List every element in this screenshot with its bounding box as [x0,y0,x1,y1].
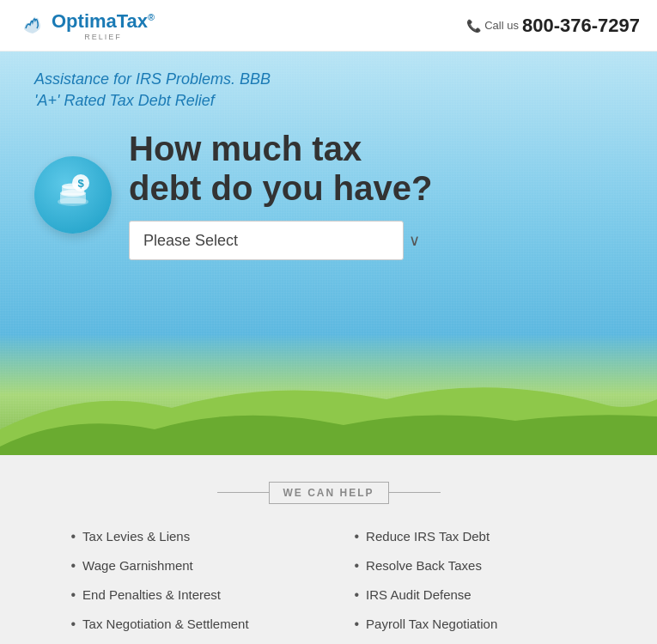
svg-text:$: $ [77,177,84,190]
service-item: • Wage Garnishment [71,555,303,577]
bullet-icon: • [355,587,360,603]
money-icon-circle: $ [34,156,112,234]
service-label: Reduce IRS Tax Debt [366,529,490,544]
services-grid: • Tax Levies & Liens • Reduce IRS Tax De… [71,526,587,635]
tagline: Assistance for IRS Problems. BBB 'A+' Ra… [34,69,623,112]
select-wrapper: Please SelectUnder $10,000$10,000 - $20,… [129,221,432,260]
bullet-icon: • [355,529,360,544]
service-item: • Reduce IRS Tax Debt [355,526,587,548]
service-label: Tax Negotiation & Settlement [82,617,248,631]
we-can-help-section: WE CAN HELP • Tax Levies & Liens • Reduc… [0,455,657,644]
chevron-down-icon: ∨ [409,231,420,250]
bullet-icon: • [355,558,360,574]
service-label: IRS Audit Defense [366,587,471,602]
service-item: • Payroll Tax Negotiation [355,613,587,635]
call-us-label: Call us [484,19,519,32]
bullet-icon: • [71,587,76,603]
bullet-icon: • [71,617,76,632]
phone-area: 📞 Call us 800-376-7297 [466,15,640,37]
form-section: $ How much tax debt do you have? Please … [34,129,623,260]
hills-decoration [0,352,657,455]
hero-section: Assistance for IRS Problems. BBB 'A+' Ra… [0,52,657,455]
we-can-help-label: WE CAN HELP [269,482,389,504]
logo-brand-name: OptimaTax® [52,10,155,32]
banner-line-right [389,492,441,493]
money-icon: $ [50,167,97,222]
logo-icon [17,7,48,44]
phone-number: 800-376-7297 [522,15,640,37]
logo-tagline: RELIEF [52,33,155,41]
service-label: Wage Garnishment [82,558,193,573]
service-item: • Tax Levies & Liens [71,526,303,548]
tax-debt-select[interactable]: Please SelectUnder $10,000$10,000 - $20,… [129,221,404,260]
service-label: Resolve Back Taxes [366,558,482,573]
service-item: • IRS Audit Defense [355,584,587,606]
service-item: • Tax Negotiation & Settlement [71,613,303,635]
site-header: OptimaTax® RELIEF 📞 Call us 800-376-7297 [0,0,657,52]
service-item: • Resolve Back Taxes [355,555,587,577]
main-question: How much tax debt do you have? [129,129,432,208]
bullet-icon: • [71,558,76,574]
logo: OptimaTax® RELIEF [17,7,155,44]
we-can-help-banner: WE CAN HELP [217,482,441,504]
banner-line-left [217,492,269,493]
bullet-icon: • [355,617,360,632]
service-label: End Penalties & Interest [82,587,221,602]
service-item: • End Penalties & Interest [71,584,303,606]
service-label: Payroll Tax Negotiation [366,617,497,631]
bullet-icon: • [71,529,76,544]
question-form: How much tax debt do you have? Please Se… [129,129,432,260]
service-label: Tax Levies & Liens [82,529,190,544]
logo-text-group: OptimaTax® RELIEF [52,10,155,41]
phone-icon: 📞 [466,19,481,33]
